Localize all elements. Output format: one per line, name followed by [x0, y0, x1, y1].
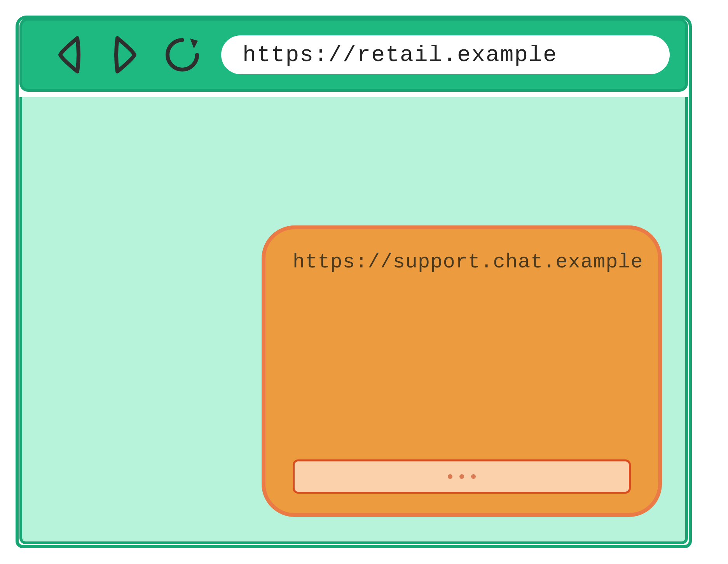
typing-dot-icon [459, 474, 464, 479]
forward-button[interactable] [108, 33, 141, 76]
reload-icon [163, 35, 202, 74]
back-button[interactable] [53, 33, 87, 76]
back-icon [53, 33, 87, 76]
typing-dot-icon [471, 474, 476, 479]
nav-button-group [53, 33, 202, 76]
chat-widget-origin-label: https://support.chat.example [293, 251, 631, 274]
reload-button[interactable] [163, 35, 202, 74]
page-viewport: https://support.chat.example [19, 97, 688, 544]
chat-widget-frame: https://support.chat.example [262, 225, 662, 517]
typing-dot-icon [448, 474, 452, 479]
browser-toolbar: https://retail.example [19, 18, 688, 92]
forward-icon [108, 33, 141, 76]
address-bar[interactable]: https://retail.example [221, 35, 670, 74]
browser-window: https://retail.example https://support.c… [16, 16, 692, 548]
address-bar-text: https://retail.example [243, 42, 557, 68]
chat-input[interactable] [293, 459, 631, 494]
